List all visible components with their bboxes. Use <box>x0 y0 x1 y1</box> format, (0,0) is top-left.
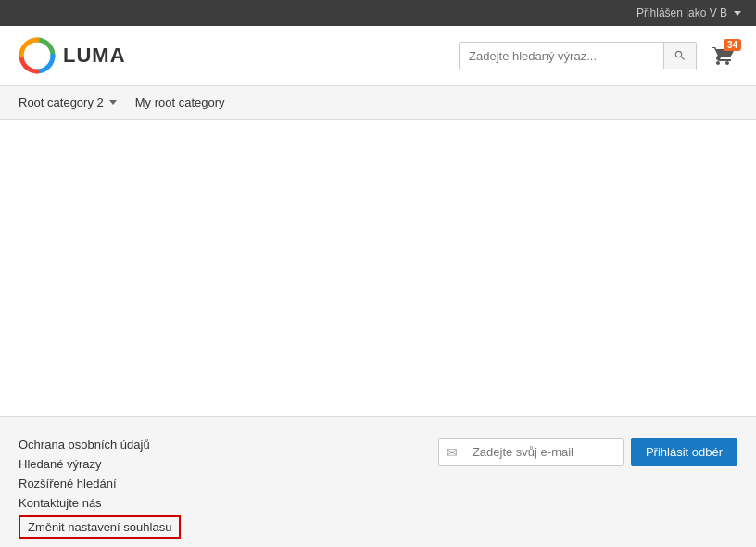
search-bar <box>459 42 697 70</box>
search-button[interactable] <box>663 43 696 69</box>
footer-link-cookie-settings[interactable]: Změnit nastavení souhlasu <box>19 515 181 539</box>
user-label: Přihlášen jako V B <box>636 6 727 19</box>
header-right: 34 <box>459 41 737 70</box>
search-icon <box>674 49 687 62</box>
envelope-icon: ✉ <box>439 445 465 460</box>
footer-link-contact[interactable]: Kontaktujte nás <box>19 496 181 510</box>
footer-link-search-terms[interactable]: Hledané výrazy <box>19 457 181 471</box>
user-menu-chevron-icon <box>734 11 741 16</box>
top-bar: Přihlášen jako V B <box>0 0 756 26</box>
nav-item-label: Root category 2 <box>19 95 104 109</box>
cart-badge: 34 <box>724 39 741 51</box>
nav-dropdown-chevron-icon <box>109 100 117 105</box>
subscribe-button[interactable]: Přihlásit odbér <box>631 438 737 466</box>
nav-bar: Root category 2 My root category <box>0 86 756 120</box>
footer-link-advanced-search[interactable]: Rozšířené hledání <box>19 477 181 490</box>
nav-item-root-category-2[interactable]: Root category 2 <box>19 87 128 118</box>
cart-button[interactable]: 34 <box>708 41 737 70</box>
logo-icon <box>19 37 56 74</box>
footer-newsletter: ✉ Přihlásit odbér <box>438 438 737 466</box>
footer-links: Ochrana osobních údajů Hledané výrazy Ro… <box>19 438 181 539</box>
header: LUMA 34 <box>0 26 756 86</box>
footer: Ochrana osobních údajů Hledané výrazy Ro… <box>0 416 756 547</box>
user-menu[interactable]: Přihlášen jako V B <box>636 6 741 19</box>
logo-text: LUMA <box>63 44 126 68</box>
nav-item-label: My root category <box>135 95 225 109</box>
newsletter-email-input[interactable] <box>465 439 623 465</box>
newsletter-input-wrap: ✉ <box>438 438 624 466</box>
search-input[interactable] <box>460 43 663 70</box>
footer-link-privacy[interactable]: Ochrana osobních údajů <box>19 438 181 452</box>
nav-item-my-root-category[interactable]: My root category <box>128 87 236 118</box>
footer-top: Ochrana osobních údajů Hledané výrazy Ro… <box>0 417 756 547</box>
main-content <box>0 120 756 416</box>
logo[interactable]: LUMA <box>19 37 126 74</box>
